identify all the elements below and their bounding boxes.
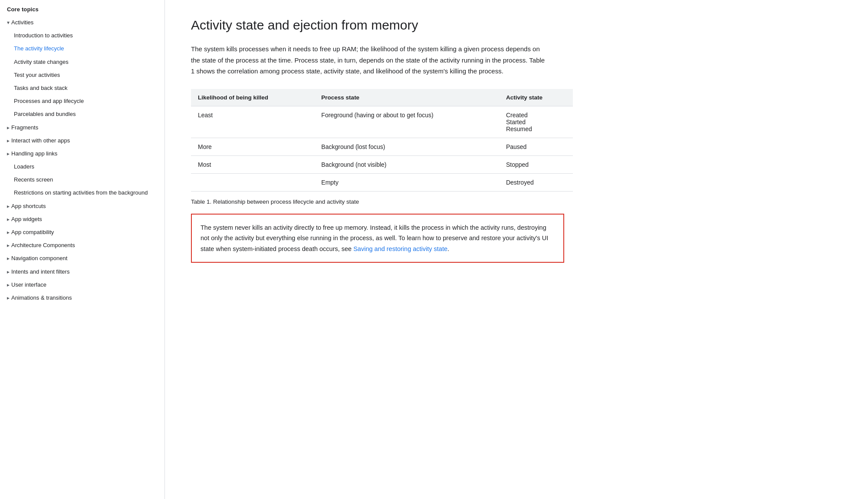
table-row: MoreBackground (lost focus)Paused [191, 138, 573, 155]
sidebar-item-test-your-activities[interactable]: Test your activities [0, 69, 164, 82]
chevron-right-icon: ▸ [7, 229, 10, 236]
col-header-likelihood: Likelihood of being killed [191, 89, 314, 106]
table-header-row: Likelihood of being killed Process state… [191, 89, 573, 106]
sidebar-item-app-compatibility[interactable]: ▸App compatibility [0, 226, 164, 239]
sidebar-item-label: App compatibility [11, 228, 158, 236]
cell-process-state: Background (lost focus) [314, 138, 499, 155]
cell-activity-state: Paused [499, 138, 573, 155]
sidebar-item-label: Test your activities [14, 71, 158, 79]
table-caption: Table 1. Relationship between process li… [191, 198, 573, 205]
table-row: EmptyDestroyed [191, 173, 573, 191]
sidebar-item-navigation-component[interactable]: ▸Navigation component [0, 252, 164, 265]
sidebar-item-handling-app-links[interactable]: ▸Handling app links [0, 147, 164, 160]
chevron-right-icon: ▸ [7, 150, 10, 158]
chevron-right-icon: ▸ [7, 137, 10, 145]
sidebar-item-processes-and-app-lifecycle[interactable]: Processes and app lifecycle [0, 95, 164, 108]
sidebar-item-architecture-components[interactable]: ▸Architecture Components [0, 239, 164, 252]
sidebar-item-label: Interact with other apps [11, 137, 158, 145]
cell-activity-state: Destroyed [499, 173, 573, 191]
chevron-right-icon: ▸ [7, 294, 10, 302]
sidebar-item-label: Activity state changes [14, 58, 158, 66]
sidebar-section-title: Core topics [0, 0, 164, 16]
sidebar-item-recents-screen[interactable]: Recents screen [0, 173, 164, 186]
cell-process-state: Empty [314, 173, 499, 191]
main-content: Activity state and ejection from memory … [165, 0, 599, 499]
col-header-process-state: Process state [314, 89, 499, 106]
sidebar-item-label: Animations & transitions [11, 294, 158, 302]
sidebar-item-label: Recents screen [14, 176, 158, 184]
sidebar-item-interact-with-other-apps[interactable]: ▸Interact with other apps [0, 134, 164, 147]
sidebar-item-user-interface[interactable]: ▸User interface [0, 278, 164, 291]
sidebar-item-app-shortcuts[interactable]: ▸App shortcuts [0, 200, 164, 213]
sidebar-item-label: Intents and intent filters [11, 268, 158, 276]
chevron-right-icon: ▸ [7, 281, 10, 289]
sidebar-item-label: App widgets [11, 215, 158, 223]
table-body: LeastForeground (having or about to get … [191, 106, 573, 191]
sidebar-item-activities[interactable]: ▾Activities [0, 16, 164, 29]
cell-process-state: Foreground (having or about to get focus… [314, 106, 499, 138]
intro-paragraph: The system kills processes when it needs… [191, 43, 547, 77]
saving-restoring-link[interactable]: Saving and restoring activity state [353, 245, 447, 252]
sidebar-item-activity-state-changes[interactable]: Activity state changes [0, 56, 164, 69]
chevron-right-icon: ▸ [7, 242, 10, 249]
chevron-right-icon: ▾ [7, 19, 10, 26]
sidebar-item-label: The activity lifecycle [14, 45, 158, 53]
table-header: Likelihood of being killed Process state… [191, 89, 573, 106]
sidebar: Core topics ▾ActivitiesIntroduction to a… [0, 0, 165, 499]
table-row: LeastForeground (having or about to get … [191, 106, 573, 138]
sidebar-item-label: User interface [11, 281, 158, 289]
chevron-right-icon: ▸ [7, 255, 10, 262]
sidebar-item-introduction-to-activities[interactable]: Introduction to activities [0, 29, 164, 42]
sidebar-item-tasks-and-back-stack[interactable]: Tasks and back stack [0, 82, 164, 95]
sidebar-item-label: Restrictions on starting activities from… [14, 189, 158, 197]
sidebar-item-label: Navigation component [11, 254, 158, 262]
sidebar-item-app-widgets[interactable]: ▸App widgets [0, 213, 164, 226]
col-header-activity-state: Activity state [499, 89, 573, 106]
warning-text-after-link: . [447, 245, 449, 252]
sidebar-item-intents-and-intent-filters[interactable]: ▸Intents and intent filters [0, 265, 164, 278]
cell-process-state: Background (not visible) [314, 155, 499, 173]
cell-activity-state: CreatedStartedResumed [499, 106, 573, 138]
sidebar-item-loaders[interactable]: Loaders [0, 160, 164, 173]
sidebar-item-label: Loaders [14, 163, 158, 171]
cell-likelihood: Least [191, 106, 314, 138]
cell-likelihood: Most [191, 155, 314, 173]
sidebar-item-restrictions-on-starting-activities[interactable]: Restrictions on starting activities from… [0, 186, 164, 199]
sidebar-item-label: Processes and app lifecycle [14, 97, 158, 105]
page-title: Activity state and ejection from memory [191, 17, 573, 33]
sidebar-item-label: Architecture Components [11, 241, 158, 249]
chevron-right-icon: ▸ [7, 203, 10, 210]
warning-box: The system never kills an activity direc… [191, 214, 564, 263]
table-row: MostBackground (not visible)Stopped [191, 155, 573, 173]
sidebar-item-label: Parcelables and bundles [14, 110, 158, 118]
sidebar-item-fragments[interactable]: ▸Fragments [0, 121, 164, 134]
sidebar-item-label: Tasks and back stack [14, 84, 158, 92]
chevron-right-icon: ▸ [7, 268, 10, 276]
sidebar-item-animations-and-transitions[interactable]: ▸Animations & transitions [0, 291, 164, 304]
sidebar-item-label: App shortcuts [11, 202, 158, 210]
sidebar-item-label: Handling app links [11, 150, 158, 158]
chevron-right-icon: ▸ [7, 216, 10, 223]
sidebar-items-container: ▾ActivitiesIntroduction to activitiesThe… [0, 16, 164, 304]
sidebar-item-parcelables-and-bundles[interactable]: Parcelables and bundles [0, 108, 164, 121]
cell-activity-state: Stopped [499, 155, 573, 173]
cell-likelihood [191, 173, 314, 191]
sidebar-item-label: Introduction to activities [14, 32, 158, 40]
sidebar-item-the-activity-lifecycle[interactable]: The activity lifecycle [0, 42, 164, 55]
chevron-right-icon: ▸ [7, 124, 10, 132]
process-state-table: Likelihood of being killed Process state… [191, 89, 573, 192]
sidebar-item-label: Activities [11, 19, 158, 26]
sidebar-item-label: Fragments [11, 124, 158, 132]
cell-likelihood: More [191, 138, 314, 155]
